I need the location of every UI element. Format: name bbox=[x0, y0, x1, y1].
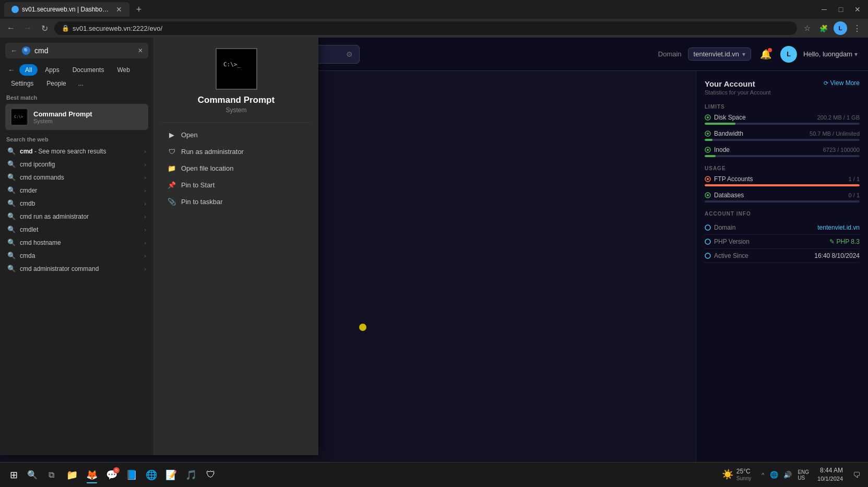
web-result-1[interactable]: 🔍 cmd ipconfig › bbox=[5, 158, 148, 171]
web-result-4[interactable]: 🔍 cmdb › bbox=[5, 197, 148, 210]
web-result-text-1: cmd ipconfig bbox=[20, 161, 140, 168]
tray-volume[interactable]: 🔊 bbox=[782, 469, 793, 481]
search-tab-web[interactable]: Web bbox=[111, 64, 135, 76]
da-search-settings-icon[interactable]: ⚙ bbox=[346, 50, 353, 58]
minimize-button[interactable]: ─ bbox=[818, 3, 830, 16]
web-result-0[interactable]: 🔍 cmd - See more search results › bbox=[5, 145, 148, 158]
extensions-button[interactable]: 🧩 bbox=[817, 21, 830, 35]
back-button[interactable]: ← bbox=[4, 21, 18, 35]
limits-title: LIMITS bbox=[705, 104, 860, 110]
taskbar-app-onenote[interactable]: 📘 bbox=[122, 466, 141, 484]
web-result-arrow-3: › bbox=[144, 187, 146, 194]
taskbar-app-explorer[interactable]: 📁 bbox=[63, 466, 81, 484]
maximize-button[interactable]: □ bbox=[835, 3, 847, 16]
tab-close-icon[interactable]: ✕ bbox=[116, 5, 122, 14]
active-info-icon bbox=[705, 253, 711, 259]
web-result-9[interactable]: 🔍 cmd administrator command › bbox=[5, 262, 148, 275]
admin-icon: 🛡 bbox=[168, 147, 176, 156]
search-input-container: ← 🔍 ✕ bbox=[5, 43, 148, 58]
search-right-panel: C:\>_ Command Prompt System ▶ Open 🛡 Run… bbox=[154, 38, 318, 455]
menu-button[interactable]: ⋮ bbox=[850, 21, 864, 35]
web-result-2[interactable]: 🔍 cmd commands › bbox=[5, 171, 148, 184]
svg-point-5 bbox=[707, 149, 709, 151]
best-match-item[interactable]: C:\> _ Command Prompt System bbox=[5, 104, 148, 130]
da-domain-selector[interactable]: tentenviet.id.vn ▾ bbox=[688, 47, 751, 61]
cmd-action-admin[interactable]: 🛡 Run as administrator bbox=[162, 144, 310, 159]
inode-icon bbox=[705, 147, 711, 153]
web-result-8[interactable]: 🔍 cmda › bbox=[5, 249, 148, 262]
app-active-indicator bbox=[87, 482, 97, 483]
cmd-action-pin-start[interactable]: 📌 Pin to Start bbox=[162, 177, 310, 193]
taskbar-app-chrome[interactable]: 🌐 bbox=[142, 466, 161, 484]
db-icon bbox=[705, 192, 711, 198]
tray-expand[interactable]: ^ bbox=[759, 472, 766, 478]
active-info-val: 16:40 8/10/2024 bbox=[814, 252, 860, 259]
search-text-input[interactable] bbox=[34, 46, 134, 55]
pin-start-label: Pin to Start bbox=[181, 181, 215, 189]
search-tab-apps[interactable]: Apps bbox=[39, 64, 65, 76]
tab-back-btn[interactable]: ← bbox=[5, 64, 18, 76]
bookmark-button[interactable]: ☆ bbox=[800, 21, 814, 35]
taskbar-app-word[interactable]: 📝 bbox=[162, 466, 181, 484]
new-tab-button[interactable]: + bbox=[132, 2, 146, 17]
taskbar-app-extra2[interactable]: 🛡 bbox=[201, 466, 220, 484]
cmd-action-pin-taskbar[interactable]: 📎 Pin to taskbar bbox=[162, 194, 310, 209]
open-label: Open bbox=[181, 131, 198, 139]
search-web-label: Search the web bbox=[5, 136, 148, 142]
taskbar-app-chat[interactable]: 💬 5 bbox=[102, 466, 121, 484]
search-tab-settings[interactable]: Settings bbox=[5, 78, 39, 89]
cmd-preview-type: System bbox=[225, 106, 246, 114]
web-result-text-4: cmdb bbox=[20, 200, 140, 207]
taskbar-search-button[interactable]: 🔍 bbox=[23, 466, 42, 484]
search-tab-more[interactable]: ... bbox=[74, 78, 88, 89]
tab-favicon bbox=[11, 6, 19, 13]
active-tab[interactable]: sv01.secureweb.vn | Dashboard ✕ bbox=[4, 2, 129, 17]
taskbar-notifications[interactable]: 🗨 bbox=[849, 468, 864, 482]
taskbar-clock[interactable]: 8:44 AM 10/1/2024 bbox=[815, 466, 845, 483]
web-result-icon-8: 🔍 bbox=[7, 252, 16, 259]
bandwidth-bar bbox=[705, 139, 860, 141]
view-more-icon: ⟳ bbox=[824, 80, 828, 87]
taskbar-task-view[interactable]: ⧉ bbox=[42, 466, 61, 484]
svg-point-10 bbox=[705, 225, 710, 230]
start-button[interactable]: ⊞ bbox=[4, 466, 23, 484]
web-result-7[interactable]: 🔍 cmd hostname › bbox=[5, 236, 148, 249]
taskbar-app-extra1[interactable]: 🎵 bbox=[182, 466, 200, 484]
web-result-icon-1: 🔍 bbox=[7, 160, 16, 168]
address-bar[interactable]: 🔒 sv01.secureweb.vn:2222/evo/ bbox=[54, 21, 797, 35]
svg-point-1 bbox=[707, 116, 709, 118]
search-tab-people[interactable]: People bbox=[41, 78, 72, 89]
tab-bar: sv01.secureweb.vn | Dashboard ✕ + ─ □ ✕ bbox=[0, 0, 868, 19]
web-results-list: 🔍 cmd - See more search results › 🔍 cmd … bbox=[5, 145, 148, 275]
taskbar-app-firefox[interactable]: 🦊 bbox=[82, 466, 101, 484]
domain-info-icon bbox=[705, 224, 711, 231]
taskbar-weather[interactable]: ☀️ 25°C Sunny bbox=[718, 468, 755, 481]
tray-keyboard[interactable]: ENGUS bbox=[795, 469, 811, 481]
da-bell-button[interactable]: 🔔 bbox=[757, 46, 774, 63]
web-result-5[interactable]: 🔍 cmd run as administrator › bbox=[5, 210, 148, 223]
view-more-button[interactable]: ⟳ View More bbox=[824, 79, 860, 87]
tray-network[interactable]: 🌐 bbox=[768, 469, 780, 481]
web-result-icon-3: 🔍 bbox=[7, 186, 16, 194]
web-result-6[interactable]: 🔍 cmdlet › bbox=[5, 223, 148, 236]
web-result-arrow-4: › bbox=[144, 200, 146, 207]
close-button[interactable]: ✕ bbox=[851, 3, 864, 16]
sidebar-account-sub: Statistics for your Account bbox=[705, 89, 771, 96]
forward-button[interactable]: → bbox=[21, 21, 34, 35]
search-tab-all[interactable]: All bbox=[19, 64, 38, 76]
da-avatar[interactable]: L bbox=[780, 46, 797, 63]
web-result-3[interactable]: 🔍 cmder › bbox=[5, 184, 148, 197]
da-user-greeting[interactable]: Hello, luongdam ▾ bbox=[803, 50, 858, 58]
cmd-action-open[interactable]: ▶ Open bbox=[162, 127, 310, 142]
refresh-button[interactable]: ↻ bbox=[38, 21, 51, 35]
php-info-key: PHP Version bbox=[705, 238, 750, 245]
profile-button[interactable]: L bbox=[834, 21, 847, 35]
search-tab-documents[interactable]: Documents bbox=[67, 64, 110, 76]
search-back-btn[interactable]: ← bbox=[10, 46, 18, 55]
svg-rect-16 bbox=[221, 56, 252, 82]
web-result-icon-4: 🔍 bbox=[7, 199, 16, 207]
sidebar-account-title: Your Account bbox=[705, 79, 771, 88]
da-panel: DA DirectAdmin web control panel 🔍 Pleas… bbox=[0, 38, 868, 487]
cmd-action-file-location[interactable]: 📁 Open file location bbox=[162, 160, 310, 176]
search-clear-icon[interactable]: ✕ bbox=[138, 47, 143, 54]
